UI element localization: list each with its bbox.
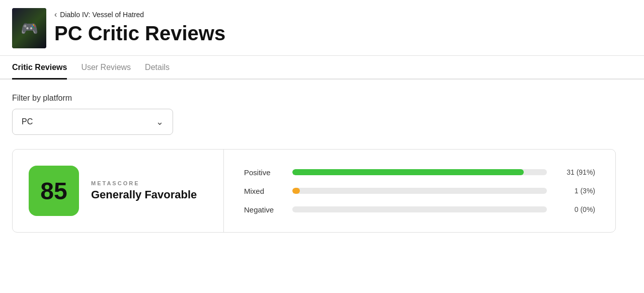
thumbnail-image: 🎮 xyxy=(12,8,46,48)
bar-label-negative: Negative xyxy=(244,205,284,214)
back-chevron-icon: ‹ xyxy=(54,10,57,19)
bar-count-negative: 0 (0%) xyxy=(555,205,595,213)
bar-row-mixed: Mixed 1 (3%) xyxy=(244,187,595,195)
platform-selected-value: PC xyxy=(22,117,33,126)
bar-row-negative: Negative 0 (0%) xyxy=(244,205,595,214)
tab-critic-reviews[interactable]: Critic Reviews xyxy=(12,56,67,80)
bar-track-positive xyxy=(292,169,547,175)
header-text: ‹ Diablo IV: Vessel of Hatred PC Critic … xyxy=(54,8,225,44)
back-nav[interactable]: ‹ Diablo IV: Vessel of Hatred xyxy=(54,10,225,19)
bar-label-mixed: Mixed xyxy=(244,187,284,195)
score-card: 85 METASCORE Generally Favorable Positiv… xyxy=(12,149,616,233)
bar-row-positive: Positive 31 (91%) xyxy=(244,168,595,177)
game-thumbnail: 🎮 xyxy=(12,8,46,48)
back-label: Diablo IV: Vessel of Hatred xyxy=(60,11,144,19)
tab-user-reviews[interactable]: User Reviews xyxy=(81,56,131,80)
tabs-nav: Critic Reviews User Reviews Details xyxy=(0,56,644,80)
tab-details[interactable]: Details xyxy=(145,56,170,80)
metascore-value: 85 xyxy=(40,177,67,205)
page-title: PC Critic Reviews xyxy=(54,22,225,44)
page-header: 🎮 ‹ Diablo IV: Vessel of Hatred PC Criti… xyxy=(0,0,644,48)
filter-label: Filter by platform xyxy=(12,94,632,103)
score-right: Positive 31 (91%) Mixed 1 (3%) Negative xyxy=(224,150,615,232)
bar-fill-mixed xyxy=(292,188,300,194)
bar-label-positive: Positive xyxy=(244,168,284,177)
bar-fill-positive xyxy=(292,169,524,175)
bar-track-mixed xyxy=(292,188,547,194)
main-content: Filter by platform PC ⌄ 85 METASCORE Gen… xyxy=(0,80,644,245)
bar-count-mixed: 1 (3%) xyxy=(555,187,595,195)
score-left: 85 METASCORE Generally Favorable xyxy=(13,150,224,232)
bar-track-negative xyxy=(292,206,547,212)
metascore-box: 85 xyxy=(29,166,79,216)
metascore-verdict: Generally Favorable xyxy=(91,188,197,201)
metascore-info: METASCORE Generally Favorable xyxy=(91,180,197,201)
metascore-label: METASCORE xyxy=(91,180,197,186)
platform-dropdown[interactable]: PC ⌄ xyxy=(12,109,173,135)
bar-count-positive: 31 (91%) xyxy=(555,168,595,176)
chevron-down-icon: ⌄ xyxy=(156,116,164,127)
